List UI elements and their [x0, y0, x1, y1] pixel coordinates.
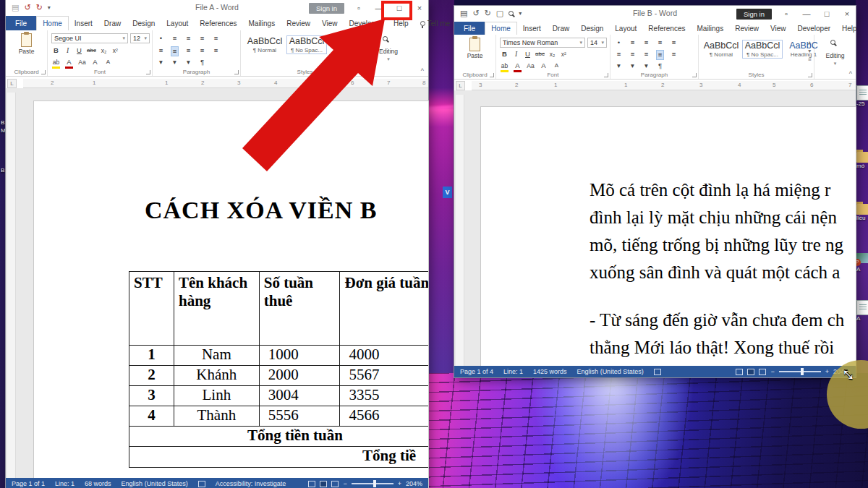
bold-button[interactable]: B	[52, 46, 60, 55]
word-count[interactable]: 1425 words	[533, 368, 567, 375]
zoom-in-button[interactable]: +	[398, 480, 401, 487]
dialog-launcher-icon[interactable]	[808, 73, 812, 77]
align-left-button[interactable]: ≡	[157, 46, 165, 56]
superscript-button[interactable]: x²	[560, 50, 568, 59]
tab-view[interactable]: View	[765, 22, 792, 35]
tab-layout[interactable]: Layout	[609, 22, 642, 35]
zoom-out-button[interactable]: −	[343, 480, 346, 487]
underline-button[interactable]: U	[75, 46, 83, 55]
document-table[interactable]: STT Tên khách hàng Số tuần thuê Đơn giá …	[129, 271, 428, 468]
collapse-ribbon-icon[interactable]: ^	[849, 70, 852, 77]
document-page[interactable]: Mõ cá trên cột đình lạ há miệng r đình l…	[481, 107, 856, 366]
grow-font-button[interactable]: A	[91, 58, 99, 69]
bullets-button[interactable]: •	[615, 38, 623, 47]
proofing-icon[interactable]	[198, 481, 205, 487]
tab-draw[interactable]: Draw	[98, 16, 127, 30]
tab-home[interactable]: Home	[485, 22, 517, 35]
zoom-slider-thumb[interactable]	[801, 368, 804, 375]
word-count[interactable]: 68 words	[85, 480, 111, 487]
align-center-button[interactable]: ≡	[629, 50, 637, 60]
desktop-icon[interactable]: A	[856, 253, 868, 273]
subscript-button[interactable]: x₂	[548, 50, 556, 59]
close-button[interactable]: ×	[841, 9, 853, 18]
zoom-slider-thumb[interactable]	[373, 480, 376, 487]
tab-stop-selector[interactable]: L	[456, 81, 465, 90]
justify-button[interactable]: ≡	[198, 46, 206, 56]
numbering-button[interactable]: ≡	[171, 34, 179, 43]
font-color-button[interactable]: A	[65, 58, 73, 69]
accessibility-status[interactable]: Accessibility: Investigate	[216, 480, 286, 487]
desktop-icon[interactable]: A	[856, 300, 868, 322]
tab-references[interactable]: References	[194, 16, 242, 30]
zoom-slider[interactable]	[352, 483, 393, 484]
style-normal[interactable]: AaBbCcl ¶ Normal	[702, 40, 741, 58]
strikethrough-button[interactable]: abc	[87, 46, 96, 55]
tab-insert[interactable]: Insert	[69, 16, 98, 30]
tab-file[interactable]: File	[454, 22, 485, 35]
align-center-button[interactable]: ≡	[171, 46, 179, 56]
change-case-button[interactable]: Aa	[527, 61, 535, 72]
tab-home[interactable]: Home	[36, 16, 69, 30]
tab-design[interactable]: Design	[127, 16, 161, 30]
borders-button[interactable]: ▾	[171, 58, 179, 67]
close-button[interactable]: ×	[414, 4, 425, 12]
font-color-button[interactable]: A	[514, 61, 522, 72]
dialog-launcher-icon[interactable]	[41, 70, 46, 74]
web-layout-icon[interactable]	[759, 369, 766, 375]
read-mode-icon[interactable]	[308, 481, 315, 487]
vertical-ruler[interactable]	[456, 95, 464, 366]
bullets-button[interactable]: •	[157, 34, 165, 43]
underline-button[interactable]: U	[524, 50, 532, 59]
dialog-launcher-icon[interactable]	[490, 73, 494, 77]
increase-indent-button[interactable]: ≡	[670, 38, 678, 47]
paste-button[interactable]: Paste	[6, 33, 47, 55]
dialog-launcher-icon[interactable]	[692, 73, 697, 77]
tab-review[interactable]: Review	[729, 22, 765, 35]
shrink-font-button[interactable]: A	[553, 61, 561, 72]
print-layout-icon[interactable]	[747, 369, 754, 375]
sign-in-button[interactable]: Sign in	[736, 9, 772, 20]
multilevel-list-button[interactable]: ≡	[184, 34, 192, 43]
page-indicator[interactable]: Page 1 of 1	[12, 480, 45, 487]
zoom-out-button[interactable]: −	[770, 368, 774, 375]
desktop-icon[interactable]: mó	[856, 152, 868, 169]
collapse-ribbon-icon[interactable]: ^	[421, 67, 424, 74]
shading-button[interactable]: ▾	[157, 58, 165, 67]
show-hide-pilcrow-button[interactable]: ¶	[656, 61, 664, 70]
page-indicator[interactable]: Page 1 of 4	[460, 368, 493, 375]
multilevel-list-button[interactable]: ≡	[642, 38, 650, 47]
align-right-button[interactable]: ≡	[642, 50, 650, 60]
dialog-launcher-icon[interactable]	[146, 70, 150, 74]
borders-button[interactable]: ▾	[629, 61, 637, 70]
proofing-icon[interactable]	[654, 369, 661, 375]
tab-developer[interactable]: Developer	[791, 22, 836, 35]
line-spacing-button[interactable]: ≡	[212, 46, 220, 56]
read-mode-icon[interactable]	[736, 369, 743, 375]
show-hide-pilcrow-button[interactable]: ¶	[198, 58, 206, 67]
tab-stop-selector[interactable]: L	[7, 79, 17, 88]
editing-label[interactable]: Editing	[814, 52, 856, 59]
language-indicator[interactable]: English (United States)	[577, 368, 644, 375]
font-size-combo[interactable]: 14 ▾	[587, 38, 607, 48]
font-size-combo[interactable]: 12 ▾	[130, 33, 150, 43]
minimize-button[interactable]: —	[801, 9, 812, 18]
strikethrough-button[interactable]: abc	[535, 50, 545, 59]
font-name-combo[interactable]: Times New Roman ▾	[500, 38, 585, 48]
italic-button[interactable]: I	[512, 50, 520, 59]
tab-mailings[interactable]: Mailings	[691, 22, 729, 35]
sort-button[interactable]: ▾	[184, 58, 192, 67]
increase-indent-button[interactable]: ≡	[212, 34, 220, 43]
text-highlight-button[interactable]: ab	[501, 61, 509, 72]
desktop-icon[interactable]: liều	[856, 204, 868, 221]
print-layout-icon[interactable]	[320, 481, 327, 487]
zoom-slider[interactable]	[779, 371, 821, 372]
vertical-ruler[interactable]	[7, 93, 16, 488]
tab-layout[interactable]: Layout	[161, 16, 194, 30]
horizontal-ruler[interactable]: 3 2 1 1 2 3 4 5 6 7	[472, 81, 856, 90]
title-bar[interactable]: ▤ ↺ ↻ ▢ ▾ File B - Word Sign in ▫ — □ ×	[454, 6, 856, 22]
decrease-indent-button[interactable]: ≡	[198, 34, 206, 43]
indent-marker[interactable]	[122, 79, 134, 88]
align-left-button[interactable]: ≡	[615, 50, 623, 60]
style-no-spacing[interactable]: AaBbCcl ¶ No Spac...	[743, 40, 782, 58]
ribbon-display-options-icon[interactable]: ▫	[780, 9, 792, 18]
